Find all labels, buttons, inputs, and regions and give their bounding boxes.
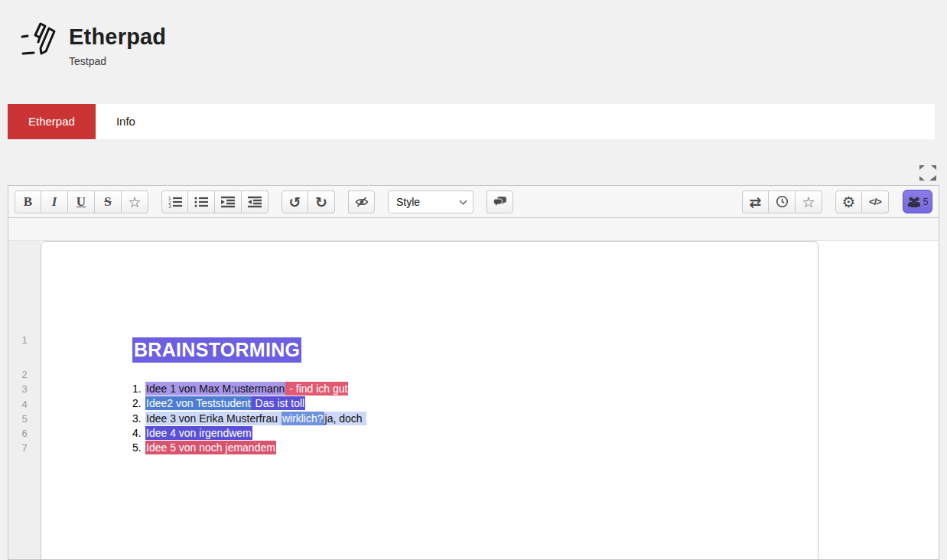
bold-button[interactable]: B (15, 190, 41, 213)
outdent-icon (248, 196, 262, 208)
heading-line: BRAINSTORMING (132, 337, 802, 363)
unordered-list-button[interactable] (188, 190, 215, 213)
list-item-line: 1.Idee 1 von Max M;ustermann - find ich … (132, 382, 802, 396)
line-number: 3 (8, 382, 41, 396)
redo-button[interactable]: ↻ (308, 190, 335, 213)
show-users-button[interactable]: 5 (903, 190, 932, 213)
svg-text:3: 3 (168, 203, 171, 208)
embed-button[interactable]: </> (862, 190, 889, 213)
eye-slash-icon (355, 196, 369, 208)
outdent-button[interactable] (242, 190, 268, 213)
editor-body: 1234567 BRAINSTORMING 1.Idee 1 von Max M… (8, 241, 939, 559)
line-number: 2 (8, 367, 41, 382)
pad-name: Testpad (69, 55, 166, 67)
hide-authorship-button[interactable] (348, 190, 375, 213)
embed-code-icon: </> (869, 196, 881, 207)
line-number: 1 (8, 334, 41, 367)
app-title: Etherpad (69, 24, 166, 50)
pad-frame: B I U S ☆ 123 (8, 185, 939, 560)
italic-icon: I (52, 194, 57, 210)
line-number-gutter: 1234567 (8, 241, 41, 559)
indent-button[interactable] (215, 190, 242, 213)
undo-group: ↺ ↻ (281, 190, 335, 213)
author-highlighted-text: wirklich? (281, 412, 324, 425)
page-area: BRAINSTORMING 1.Idee 1 von Max M;usterma… (41, 241, 939, 559)
gear-icon: ⚙ (842, 193, 856, 211)
line-number: 7 (8, 441, 41, 455)
author-highlighted-text: Idee 4 von irgendwem (145, 426, 252, 440)
clear-authorship-button[interactable]: ☆ (122, 190, 148, 213)
editor-toolbar: B I U S ☆ 123 (8, 186, 939, 218)
pad-text-content[interactable]: BRAINSTORMING 1.Idee 1 von Max M;usterma… (41, 242, 818, 455)
authorship-group (348, 190, 375, 213)
fullscreen-expand-icon[interactable] (919, 165, 936, 181)
strikethrough-icon: S (104, 194, 111, 210)
underline-button[interactable]: U (68, 190, 95, 213)
author-highlighted-text: Idee 1 von Max M;ustermann (145, 382, 285, 396)
undo-icon: ↺ (289, 194, 301, 210)
list-item-line: 4.Idee 4 von irgendwem (132, 426, 802, 441)
undo-button[interactable]: ↺ (281, 190, 308, 213)
style-select-wrap: Style (388, 190, 474, 213)
author-highlighted-text: Das ist toll (252, 396, 305, 410)
etherpad-page: Etherpad Testpad Etherpad Info B I U (0, 0, 947, 560)
comment-bubble-icon (493, 196, 507, 208)
pad-tools-group: ⇄ ☆ (742, 190, 822, 213)
heading-brainstorming: BRAINSTORMING (132, 337, 301, 363)
list-item-line: 2.Idee2 von Teststudent Das ist toll (132, 396, 802, 411)
ordered-list-button[interactable]: 123 (161, 190, 188, 213)
comment-button[interactable] (487, 190, 513, 213)
list-item-line: 3.Idee 3 von Erika Musterfrau wirklich?j… (132, 412, 802, 426)
list-item-line: 5.Idee 5 von noch jemandem (132, 441, 802, 455)
star-icon: ☆ (128, 194, 141, 210)
line-number: 5 (8, 412, 41, 426)
author-highlighted-text: - find ich gut (285, 382, 348, 396)
header: Etherpad Testpad (20, 18, 166, 67)
tab-bar: Etherpad Info (8, 104, 935, 139)
list-marker: 4. (132, 426, 143, 441)
save-revision-button[interactable]: ☆ (796, 190, 822, 213)
timeslider-button[interactable] (769, 190, 796, 213)
clock-icon (776, 195, 789, 208)
blank-line (132, 363, 802, 382)
format-group: B I U S ☆ (15, 190, 148, 213)
list-marker: 2. (132, 396, 143, 411)
list-marker: 3. (132, 412, 143, 426)
style-dropdown[interactable]: Style (388, 190, 474, 213)
comment-group (487, 190, 513, 213)
line-number: 6 (8, 426, 41, 441)
list-marker: 5. (132, 441, 143, 455)
users-count: 5 (923, 197, 929, 207)
settings-button[interactable]: ⚙ (835, 190, 862, 213)
pad-page[interactable]: BRAINSTORMING 1.Idee 1 von Max M;usterma… (41, 241, 818, 559)
redo-icon: ↻ (315, 194, 327, 210)
import-export-icon: ⇄ (750, 194, 762, 210)
import-export-button[interactable]: ⇄ (742, 190, 769, 213)
list-group: 123 (161, 190, 268, 213)
settings-group: ⚙ </> (835, 190, 889, 213)
tab-etherpad[interactable]: Etherpad (8, 104, 96, 139)
save-star-icon: ☆ (802, 194, 815, 210)
author-highlighted-text: Idee2 von Teststudent (145, 396, 252, 410)
author-highlighted-text: Idee 3 von Erika Musterfrau (145, 412, 281, 425)
users-icon (907, 196, 923, 208)
strikethrough-button[interactable]: S (95, 190, 122, 213)
ordered-list-icon: 123 (168, 196, 182, 208)
list-marker: 1. (132, 382, 143, 396)
unordered-list-icon (194, 196, 208, 208)
line-number: 4 (8, 397, 41, 412)
etherpad-logo-icon (20, 18, 60, 61)
indent-icon (221, 196, 235, 208)
toolbar-substrip (8, 218, 939, 241)
author-highlighted-text: Idee 5 von noch jemandem (145, 441, 276, 454)
tab-info[interactable]: Info (96, 104, 156, 139)
bold-icon: B (24, 194, 32, 210)
author-highlighted-text: ja, doch (324, 412, 366, 425)
italic-button[interactable]: I (41, 190, 68, 213)
underline-icon: U (76, 194, 86, 210)
